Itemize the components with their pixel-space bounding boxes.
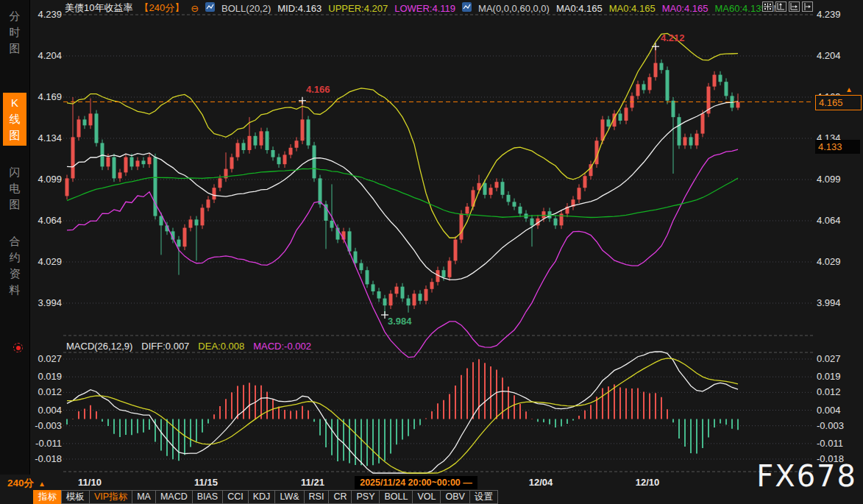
boll-indicator-icon: [205, 2, 215, 14]
chart-window-controls: [762, 1, 813, 12]
toolbar-button-templates[interactable]: 模板: [61, 490, 90, 504]
y-axis-label: 4.064: [26, 215, 62, 227]
price-up-arrow-icon: ▲: [845, 85, 853, 93]
macd-axis-label: 0.004: [26, 405, 62, 416]
swing-high-annotation: 4.166: [306, 84, 330, 95]
x-axis-date-label: 11/10: [78, 477, 102, 488]
x-axis-date-label: 11/15: [194, 477, 218, 488]
sidebar-tab-flash-chart[interactable]: 闪电图: [3, 162, 26, 215]
ma0-value-yellow: MA0:4.165: [609, 3, 656, 14]
last-price-tag: 4.165: [815, 95, 862, 110]
y-axis-label: 3.994: [26, 297, 62, 309]
macd-hist-value: MACD:-0.002: [253, 341, 311, 352]
x-axis-zoom-icon[interactable]: [789, 1, 800, 12]
macd-axis-label: 0.012: [26, 386, 62, 398]
y-axis-label: 4.169: [26, 91, 62, 103]
toolbar-button-cci[interactable]: CCI: [222, 490, 249, 504]
ma0-value-magenta: MA0:4.165: [662, 3, 708, 14]
macd-label: MACD(26,12,9): [66, 341, 132, 352]
y-axis-label: 4.239: [26, 9, 62, 21]
toolbar-button-rsi[interactable]: RSI: [304, 490, 330, 504]
macd-axis-label: -0.003: [817, 420, 856, 432]
macd-axis-label: -0.011: [26, 438, 62, 450]
period-selector[interactable]: 240分▲: [7, 477, 46, 490]
y-axis-label: 3.994: [817, 297, 856, 309]
boll-label: BOLL(20,2): [221, 3, 271, 14]
toolbar-button-cr[interactable]: CR: [328, 490, 352, 504]
toolbar-button-macd[interactable]: MACD: [155, 490, 193, 504]
period-badge[interactable]: 【240分】: [139, 1, 184, 15]
y-axis-label: 4.204: [26, 50, 62, 62]
boll-lower-value: LOWER:4.119: [394, 3, 455, 14]
y-axis-zoom-icon[interactable]: [775, 1, 786, 12]
macd-axis-label: -0.018: [26, 453, 62, 465]
candlestick-chart[interactable]: [0, 0, 863, 504]
swing-low-annotation: 3.984: [388, 316, 412, 327]
toolbar-button-obv[interactable]: OBV: [440, 490, 469, 504]
macd-axis-label: -0.011: [817, 438, 856, 450]
macd-diff-value: DIFF:0.007: [141, 341, 189, 352]
y-axis-label: 4.134: [26, 132, 62, 144]
chart-header: 美债10年收益率 【240分】 ⊖ BOLL(20,2) MID:4.163 U…: [65, 1, 781, 15]
y-axis-label: 4.239: [817, 9, 856, 21]
x-axis-date-label: 12/04: [529, 477, 553, 488]
symbol-title: 美债10年收益率: [65, 1, 132, 15]
crosshair-icon[interactable]: [762, 1, 773, 12]
live-indicator-icon: [13, 343, 23, 352]
chart-app: 4.2394.2394.2044.2044.1694.1694.1344.134…: [0, 0, 863, 504]
macd-axis-label: 0.012: [817, 386, 856, 398]
ma-indicator-icon: [462, 2, 472, 14]
period-arrow-icon: ▲: [38, 480, 46, 488]
brand-watermark: FX678: [756, 459, 857, 493]
toolbar-button-settings[interactable]: 设置: [469, 490, 498, 504]
session-readout: 2025/11/24 20:00~00:00 —: [355, 476, 477, 489]
swing-high-annotation: 4.212: [661, 32, 685, 43]
macd-axis-label: 0.027: [26, 353, 62, 365]
ma-label: MA(0,0,0,60,0,0): [478, 3, 550, 14]
macd-axis-label: 0.019: [26, 371, 62, 383]
macd-dea-value: DEA:0.008: [198, 341, 244, 352]
toolbar-button-vip-indicators[interactable]: VIP指标: [89, 490, 132, 504]
macd-axis-label: -0.003: [26, 420, 62, 432]
toolbar-button-kdj[interactable]: KDJ: [248, 490, 276, 504]
y-axis-label: 4.099: [817, 174, 856, 185]
y-axis-label: 4.099: [26, 174, 62, 185]
x-axis-date-label: 11/21: [301, 477, 324, 488]
sidebar: 分时图K线图闪电图合约资料: [0, 0, 30, 477]
sidebar-tab-kline-chart[interactable]: K线图: [3, 93, 26, 146]
boll-mid-value: MID:4.163: [277, 3, 322, 14]
boll-upper-value: UPPER:4.207: [328, 3, 388, 14]
x-axis-row: 240分▲ 2025/11/24 20:00~00:00 — 11/1011/1…: [0, 475, 863, 490]
period-text: 240分: [7, 478, 34, 489]
toolbar-button-indicators[interactable]: 指标: [33, 490, 62, 504]
sidebar-tab-time-chart[interactable]: 分时图: [3, 6, 26, 59]
toolbar-button-vol[interactable]: VOL: [412, 490, 441, 504]
macd-axis-label: 0.004: [817, 405, 856, 416]
indicator-toolbar: 指标模板VIP指标MAMACDBIASCCIKDJLW&RSICRPSYBOLL…: [34, 490, 498, 504]
toolbar-button-boll[interactable]: BOLL: [379, 490, 413, 504]
sidebar-tab-contract-info[interactable]: 合约资料: [3, 231, 26, 300]
toolbar-button-lwr[interactable]: LW&: [274, 490, 304, 504]
ma60-value: MA60:4.135: [715, 3, 767, 14]
y-axis-label: 4.029: [817, 256, 856, 268]
toolbar-button-ma[interactable]: MA: [132, 490, 156, 504]
y-axis-label: 4.204: [817, 50, 856, 62]
toolbar-button-psy[interactable]: PSY: [351, 490, 380, 504]
toolbar-button-bias[interactable]: BIAS: [192, 490, 224, 504]
macd-axis-label: 0.019: [817, 371, 856, 383]
x-axis-date-label: 12/10: [636, 477, 660, 488]
macd-axis-label: 0.027: [817, 353, 856, 365]
ma0-value-white: MA0:4.165: [556, 3, 603, 14]
y-axis-label: 4.064: [817, 215, 856, 227]
collapse-right-icon[interactable]: [802, 1, 813, 12]
y-axis-label: 4.029: [26, 256, 62, 268]
macd-header: MACD(26,12,9) DIFF:0.007 DEA:0.008 MACD:…: [66, 341, 311, 352]
ma-price-tag: 4.133: [815, 140, 860, 154]
collapse-indicator-icon[interactable]: ⊖: [191, 3, 199, 14]
